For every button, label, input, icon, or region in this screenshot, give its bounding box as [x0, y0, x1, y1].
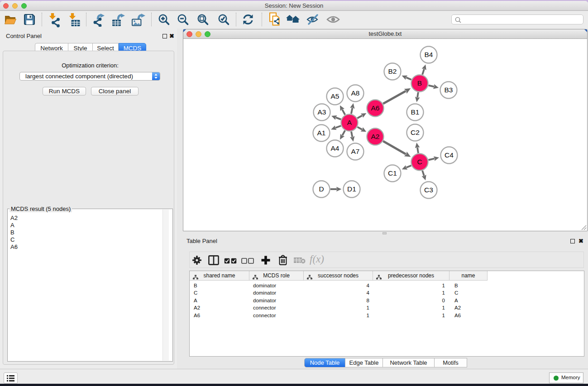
- svg-text:C3: C3: [424, 186, 433, 194]
- svg-text:B2: B2: [388, 67, 397, 75]
- svg-text:A3: A3: [318, 108, 326, 116]
- svg-text:C4: C4: [445, 151, 454, 159]
- svg-text:A2: A2: [371, 133, 380, 140]
- svg-text:A4: A4: [331, 144, 339, 152]
- svg-text:A6: A6: [371, 104, 380, 112]
- svg-text:C: C: [417, 158, 422, 166]
- svg-text:A5: A5: [331, 92, 339, 100]
- svg-text:A: A: [347, 119, 352, 126]
- svg-text:B: B: [417, 79, 422, 87]
- svg-text:B1: B1: [411, 108, 420, 116]
- svg-text:D1: D1: [347, 185, 356, 193]
- svg-text:A7: A7: [351, 148, 360, 155]
- svg-text:A1: A1: [317, 129, 326, 137]
- svg-text:C1: C1: [388, 169, 397, 177]
- svg-text:A8: A8: [351, 89, 360, 97]
- svg-text:B4: B4: [425, 51, 433, 58]
- svg-text:C2: C2: [411, 129, 420, 136]
- svg-text:D: D: [319, 185, 324, 193]
- svg-text:B3: B3: [445, 86, 453, 94]
